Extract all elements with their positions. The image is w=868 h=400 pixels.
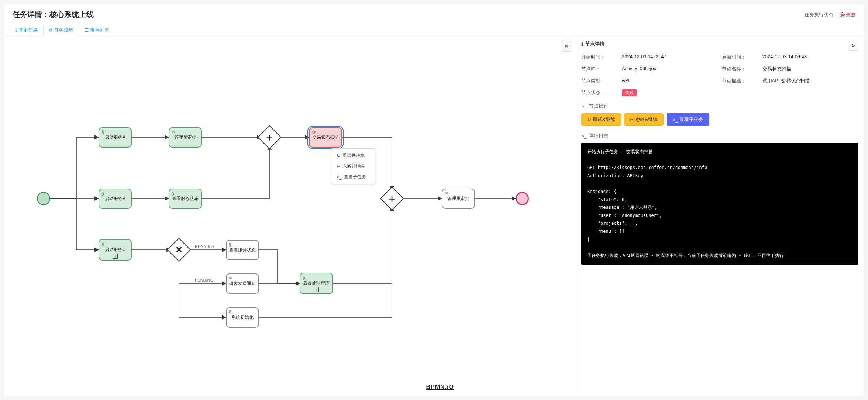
mail-icon: ✉ bbox=[445, 191, 448, 197]
script-icon: § bbox=[229, 242, 231, 248]
task-label: 启动服务B bbox=[105, 196, 125, 202]
tabs-bar: ℹ 基本信息 ⚙ 任务流程 ☰ 事件列表 bbox=[4, 23, 864, 37]
ctx-retry[interactable]: ↻ 重试并继续 bbox=[331, 150, 375, 161]
task-trade-scan-failed[interactable]: ⚙ 交易状态扫描 bbox=[309, 127, 342, 148]
ctx-skip[interactable]: ✂ 忽略并继续 bbox=[331, 161, 375, 172]
tab-label: 基本信息 bbox=[18, 27, 38, 34]
ctx-view-subtask[interactable]: >_ 查看子任务 bbox=[331, 172, 375, 182]
v-start-time: 2024-12-03 14:09:47 bbox=[622, 54, 718, 61]
tab-label: 任务流程 bbox=[54, 27, 73, 34]
script-icon: § bbox=[172, 191, 174, 197]
view-subtask-button[interactable]: >_ 查看子任务 bbox=[666, 113, 709, 126]
subprocess-icon: ＋ bbox=[113, 254, 118, 259]
script-icon: § bbox=[229, 310, 231, 315]
task-label: 系统初始化 bbox=[231, 315, 254, 321]
script-icon: § bbox=[101, 130, 104, 135]
status-label: 任务执行状态： bbox=[805, 12, 838, 17]
start-event[interactable] bbox=[37, 192, 50, 205]
retry-icon: ↻ bbox=[337, 153, 340, 158]
tab-basic-info[interactable]: ℹ 基本信息 bbox=[10, 23, 43, 37]
bpmn-logo: BPMN.iO bbox=[426, 384, 454, 390]
skip-continue-button[interactable]: ✂ 忽略&继续 bbox=[624, 113, 664, 126]
task-label: 启动服务C bbox=[105, 247, 126, 253]
skip-icon: ✂ bbox=[337, 164, 340, 169]
task-label: 管理员审批 bbox=[447, 196, 469, 202]
bpmn-canvas[interactable]: ✕ bbox=[4, 37, 576, 396]
info-icon: ℹ bbox=[15, 28, 17, 33]
task-start-service-a[interactable]: § 启动服务A bbox=[99, 127, 132, 148]
task-start-service-b[interactable]: § 启动服务B bbox=[99, 189, 132, 209]
page-header: 任务详情：核心系统上线 任务执行状态： 失败 bbox=[4, 4, 864, 23]
detail-title: ℹ 节点详情 bbox=[581, 41, 604, 47]
end-event[interactable] bbox=[516, 192, 529, 205]
task-approve-2[interactable]: ✉ 管理员审批 bbox=[442, 189, 475, 209]
task-label: 交易状态扫描 bbox=[312, 135, 339, 141]
k-node-desc: 节点描述： bbox=[722, 77, 759, 84]
status-fail-icon bbox=[840, 12, 845, 17]
status-badge: 失败 bbox=[622, 89, 637, 96]
script-icon: § bbox=[303, 275, 305, 281]
task-exec-status: 任务执行状态： 失败 bbox=[805, 11, 855, 18]
task-label: 查看服务状态 bbox=[229, 247, 256, 253]
v-node-id: Activity_00hzjox bbox=[622, 66, 718, 72]
ctx-label: 忽略并继续 bbox=[342, 163, 365, 169]
k-node-id: 节点ID： bbox=[581, 66, 618, 72]
refresh-button[interactable]: ↻ bbox=[848, 41, 858, 51]
retry-continue-button[interactable]: ↻ 重试&继续 bbox=[581, 113, 621, 126]
task-sys-init[interactable]: § 系统初始化 bbox=[226, 307, 259, 328]
terminal-icon: >_ bbox=[581, 133, 587, 139]
log-output[interactable]: 开始执行子任务 - 交易状态扫描 GET http://kissops.ops-… bbox=[581, 143, 858, 265]
task-check-status-1[interactable]: § 查看服务状态 bbox=[169, 189, 202, 209]
script-icon: § bbox=[101, 191, 104, 197]
ctx-label: 重试并继续 bbox=[342, 152, 365, 159]
node-detail-panel: ℹ 节点详情 ↻ 开始时间： 2024-12-03 14:09:47 更新时间：… bbox=[576, 37, 864, 396]
terminal-icon: >_ bbox=[672, 117, 678, 123]
mail-icon: ✉ bbox=[229, 276, 232, 282]
info-icon: ℹ bbox=[581, 41, 583, 47]
node-context-menu: ↻ 重试并继续 ✂ 忽略并继续 >_ 查看子任务 bbox=[331, 148, 375, 184]
tab-flow[interactable]: ⚙ 任务流程 bbox=[43, 24, 79, 37]
subprocess-icon: ＋ bbox=[314, 287, 319, 292]
task-label: 研发发送通知 bbox=[229, 281, 256, 287]
task-label: 启动服务A bbox=[105, 135, 125, 141]
edge-label-running: RUNNING bbox=[195, 244, 214, 249]
terminal-icon: >_ bbox=[581, 104, 587, 109]
v-update-time: 2024-12-03 14:09:48 bbox=[762, 54, 859, 61]
task-label: 后置处理程序 bbox=[303, 280, 330, 286]
flow-connectors bbox=[4, 37, 576, 384]
task-start-service-c[interactable]: § 启动服务C ＋ bbox=[99, 239, 132, 261]
task-postprocess[interactable]: § 后置处理程序 ＋ bbox=[300, 273, 333, 294]
v-node-status: 失败 bbox=[622, 89, 718, 96]
ctx-label: 查看子任务 bbox=[344, 174, 366, 180]
gear-icon: ⚙ bbox=[312, 130, 316, 135]
refresh-icon: ↻ bbox=[851, 43, 855, 48]
node-detail-grid: 开始时间： 2024-12-03 14:09:47 更新时间： 2024-12-… bbox=[581, 54, 858, 96]
task-check-status-2[interactable]: § 查看服务状态 bbox=[226, 240, 259, 260]
list-icon: ☰ bbox=[85, 28, 89, 33]
task-approve-1[interactable]: ✉ 管理员审批 bbox=[169, 127, 202, 148]
edge-label-pending: PENDING bbox=[195, 278, 213, 282]
retry-icon: ↻ bbox=[587, 117, 591, 123]
parallel-gateway-1[interactable]: ＋ bbox=[261, 129, 278, 146]
task-label: 管理员审批 bbox=[174, 135, 196, 141]
exclusive-gateway[interactable]: ✕ bbox=[170, 241, 187, 258]
tab-events[interactable]: ☰ 事件列表 bbox=[79, 23, 115, 37]
task-notify[interactable]: ✉ 研发发送通知 bbox=[226, 273, 259, 294]
k-node-name: 节点名称： bbox=[722, 66, 759, 72]
k-start-time: 开始时间： bbox=[581, 54, 618, 61]
mail-icon: ✉ bbox=[172, 130, 175, 135]
parallel-gateway-2[interactable]: ＋ bbox=[383, 190, 400, 207]
node-ops-title: >_ 节点操作 bbox=[581, 103, 858, 110]
v-node-name: 交易状态扫描 bbox=[762, 66, 859, 72]
terminal-icon: >_ bbox=[337, 175, 342, 180]
k-node-type: 节点类型： bbox=[581, 77, 618, 84]
page-title: 任务详情：核心系统上线 bbox=[13, 10, 94, 20]
status-value: 失败 bbox=[846, 12, 855, 17]
k-update-time: 更新时间： bbox=[722, 54, 759, 61]
v-node-desc: 调用API 交易状态扫描 bbox=[762, 77, 859, 84]
log-title: >_ 详细日志 bbox=[581, 132, 858, 139]
k-node-status: 节点状态： bbox=[581, 89, 618, 96]
task-label: 查看服务状态 bbox=[172, 196, 199, 202]
flow-icon: ⚙ bbox=[49, 28, 53, 33]
script-icon: § bbox=[101, 241, 104, 247]
